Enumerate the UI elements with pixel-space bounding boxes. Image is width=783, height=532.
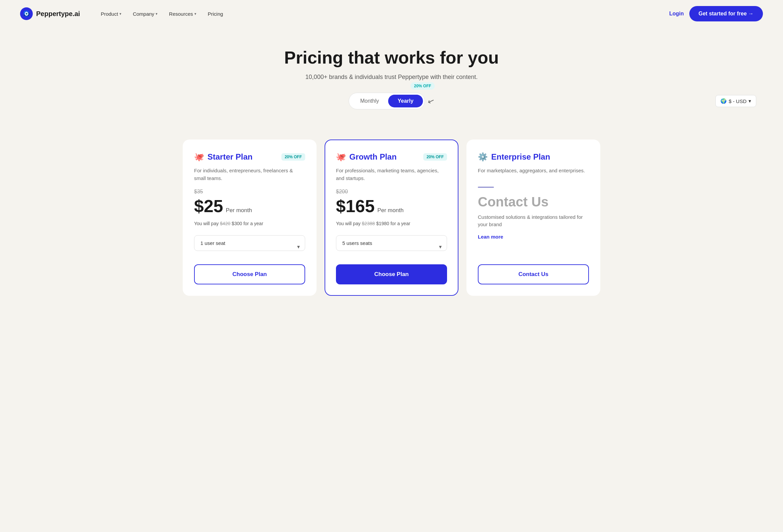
- enterprise-contact-button[interactable]: Contact Us: [478, 264, 589, 284]
- growth-price-row: $165 Per month: [336, 196, 447, 216]
- starter-desc: For individuals, entrepreneurs, freelanc…: [194, 167, 305, 182]
- navbar: 🧿 Peppertype.ai Product ▾ Company ▾ Reso…: [0, 0, 783, 27]
- enterprise-divider: [478, 187, 494, 188]
- globe-icon: 🌍: [720, 98, 727, 104]
- growth-badge: 20% OFF: [423, 153, 447, 161]
- starter-period: Per month: [226, 207, 252, 214]
- hero-subtitle: 10,000+ brands & individuals trust Peppe…: [7, 73, 776, 81]
- billing-toggle: Monthly Yearly 20% OFF ↙ 🌍 $ - USD ▾: [7, 93, 776, 109]
- growth-yearly: You will pay $2388 $1980 for a year: [336, 220, 447, 227]
- starter-original-price: $35: [194, 189, 305, 195]
- growth-choose-plan-button[interactable]: Choose Plan: [336, 264, 447, 284]
- starter-yearly: You will pay $420 $300 for a year: [194, 220, 305, 227]
- growth-icon: 🐙: [336, 152, 346, 162]
- enterprise-desc: For marketplaces, aggregators, and enter…: [478, 167, 589, 175]
- monthly-option[interactable]: Monthly: [351, 95, 388, 107]
- enterprise-contact-title: Contact Us: [478, 194, 589, 210]
- yearly-option[interactable]: Yearly: [388, 95, 422, 107]
- growth-price: $165: [336, 196, 375, 216]
- growth-original-price: $200: [336, 189, 447, 195]
- nav-company[interactable]: Company ▾: [128, 8, 162, 20]
- logo-text: Peppertype.ai: [36, 10, 80, 18]
- currency-selector[interactable]: 🌍 $ - USD ▾: [715, 95, 756, 107]
- starter-plan-card: 🐙 Starter Plan 20% OFF For individuals, …: [183, 139, 317, 296]
- starter-price-row: $25 Per month: [194, 196, 305, 216]
- hero-section: Pricing that works for you 10,000+ brand…: [0, 27, 783, 126]
- starter-badge: 20% OFF: [281, 153, 305, 161]
- nav-product[interactable]: Product ▾: [96, 8, 126, 20]
- starter-choose-plan-button[interactable]: Choose Plan: [194, 264, 305, 284]
- starter-title: Starter Plan: [208, 152, 253, 162]
- growth-title: Growth Plan: [349, 152, 397, 162]
- enterprise-customized-desc: Customised solutions & integrations tail…: [478, 214, 589, 228]
- starter-price: $25: [194, 196, 223, 216]
- enterprise-icon: ⚙️: [478, 152, 488, 162]
- growth-yearly-original: $2388: [362, 221, 375, 226]
- nav-pricing[interactable]: Pricing: [203, 8, 228, 20]
- discount-badge: 20% OFF: [411, 82, 434, 90]
- starter-seat-select[interactable]: 1 user seat 2 user seats 3 user seats 5 …: [194, 235, 305, 251]
- toggle-wrapper: Monthly Yearly 20% OFF: [349, 93, 425, 109]
- card-header: 🐙 Growth Plan 20% OFF: [336, 152, 447, 162]
- enterprise-plan-card: ⚙️ Enterprise Plan For marketplaces, agg…: [466, 139, 600, 296]
- nav-right: Login Get started for free →: [669, 6, 763, 22]
- growth-desc: For professionals, marketing teams, agen…: [336, 167, 447, 182]
- arrow-icon: ↙: [426, 95, 435, 106]
- growth-seat-select[interactable]: 5 users seats 10 users seats 20 users se…: [336, 235, 447, 251]
- currency-label: $ - USD: [729, 98, 747, 104]
- get-started-button[interactable]: Get started for free →: [689, 6, 763, 22]
- enterprise-title: Enterprise Plan: [491, 152, 550, 162]
- logo[interactable]: 🧿 Peppertype.ai: [20, 7, 80, 20]
- chevron-down-icon: ▾: [120, 12, 122, 16]
- hero-title: Pricing that works for you: [7, 48, 776, 68]
- chevron-down-icon: ▾: [194, 12, 196, 16]
- growth-seat-select-wrapper: 5 users seats 10 users seats 20 users se…: [336, 235, 447, 258]
- starter-seat-select-wrapper: 1 user seat 2 user seats 3 user seats 5 …: [194, 235, 305, 258]
- starter-yearly-original: $420: [220, 221, 230, 226]
- starter-icon: 🐙: [194, 152, 204, 162]
- logo-icon: 🧿: [20, 7, 33, 20]
- chevron-down-icon: ▾: [749, 98, 751, 104]
- growth-period: Per month: [377, 207, 404, 214]
- pricing-section: 🐙 Starter Plan 20% OFF For individuals, …: [0, 126, 783, 316]
- nav-resources[interactable]: Resources ▾: [164, 8, 201, 20]
- growth-plan-card: 🐙 Growth Plan 20% OFF For professionals,…: [324, 139, 459, 296]
- login-link[interactable]: Login: [669, 11, 684, 17]
- card-header: 🐙 Starter Plan 20% OFF: [194, 152, 305, 162]
- starter-yearly-price: $300: [231, 221, 242, 226]
- growth-yearly-price: $1980: [376, 221, 389, 226]
- card-header: ⚙️ Enterprise Plan: [478, 152, 589, 162]
- nav-links: Product ▾ Company ▾ Resources ▾ Pricing: [96, 8, 669, 20]
- chevron-down-icon: ▾: [156, 12, 158, 16]
- lean-more-link[interactable]: Lean more: [478, 234, 589, 240]
